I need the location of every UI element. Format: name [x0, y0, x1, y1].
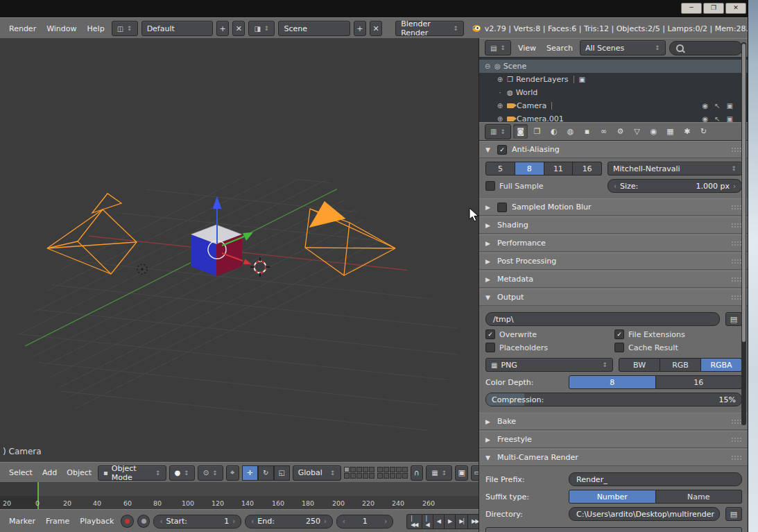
- properties-scrollbar[interactable]: [741, 141, 746, 425]
- file-extensions-option[interactable]: ✓ File Extensions: [614, 329, 685, 339]
- tab-scene[interactable]: ◐: [546, 124, 561, 139]
- layer-11[interactable]: [344, 473, 350, 479]
- layer-7[interactable]: [384, 467, 389, 472]
- layer-8[interactable]: [390, 467, 395, 472]
- scrollbar-thumb[interactable]: [742, 141, 746, 342]
- tab-render-layers[interactable]: ❐: [530, 124, 544, 139]
- file-prefix-field[interactable]: Render_: [569, 472, 742, 486]
- screen-layout-name[interactable]: Default: [141, 21, 213, 36]
- render-engine-dropdown[interactable]: Blender Render ↕: [395, 21, 464, 36]
- outliner-row-renderlayers[interactable]: ⊕ ❐ RenderLayers ▣: [479, 73, 748, 86]
- color-depth-16[interactable]: 16: [656, 375, 743, 389]
- panel-output[interactable]: ▼ Output: [479, 289, 748, 306]
- cache-result-checkbox[interactable]: [614, 343, 624, 352]
- layer-10[interactable]: [402, 467, 408, 472]
- layer-5[interactable]: [369, 467, 374, 472]
- keying-set-button[interactable]: [137, 515, 150, 528]
- expand-icon[interactable]: ⊕: [496, 115, 504, 122]
- pivot-dropdown[interactable]: ⊙ ↕: [198, 465, 223, 481]
- anti-aliasing-checkbox[interactable]: ✓: [497, 145, 507, 155]
- tab-modifiers[interactable]: ⚙: [613, 124, 628, 139]
- panel-anti-aliasing[interactable]: ▼ ✓ Anti-Aliasing: [479, 141, 748, 158]
- panel-metadata[interactable]: ▶ Metadata: [479, 271, 748, 288]
- outliner-row-world[interactable]: · ◍ World: [479, 86, 748, 99]
- screen-layout-icon-dropdown[interactable]: ◫ ↕: [112, 21, 138, 36]
- render-restrict-icon[interactable]: ▣: [727, 102, 733, 110]
- 3d-viewport[interactable]: ) Camera: [0, 38, 479, 462]
- outliner-row-camera[interactable]: ⊕ Camera ◉ ↖ ▣: [479, 99, 748, 112]
- color-mode-rgba[interactable]: RGBA: [701, 358, 742, 372]
- tab-render[interactable]: ◙: [513, 124, 528, 139]
- color-mode-bw[interactable]: BW: [619, 358, 660, 372]
- autokey-record-button[interactable]: [121, 515, 134, 528]
- motion-blur-checkbox[interactable]: [497, 203, 507, 212]
- snap-element-dropdown[interactable]: ▦ ↕: [426, 465, 452, 481]
- layer-15[interactable]: [369, 473, 374, 479]
- outliner-row-camera-001[interactable]: ⊕ Camera.001 ◉ ↖ ▣: [479, 112, 748, 122]
- visibility-eye-icon[interactable]: ◉: [702, 102, 708, 110]
- opengl-render-button[interactable]: ▣: [455, 465, 468, 481]
- close-button[interactable]: ✕: [725, 3, 746, 14]
- compression-slider[interactable]: Compression: 15%: [485, 393, 742, 406]
- aa-samples-16[interactable]: 16: [573, 162, 602, 175]
- add-scene-button[interactable]: +: [354, 21, 366, 36]
- expand-triangle-icon[interactable]: ▶: [485, 204, 492, 211]
- menu-search[interactable]: Search: [543, 44, 576, 53]
- menu-help[interactable]: Help: [84, 24, 108, 33]
- menu-window[interactable]: Window: [43, 24, 80, 33]
- color-mode-rgb[interactable]: RGB: [660, 358, 701, 372]
- decrement-icon[interactable]: ‹: [160, 517, 162, 525]
- panel-shading[interactable]: ▶ Shading: [479, 216, 748, 234]
- visibility-eye-icon[interactable]: ◉: [702, 115, 708, 122]
- panel-sampled-motion-blur[interactable]: ▶ Sampled Motion Blur: [479, 198, 748, 216]
- tab-constraints[interactable]: ∞: [596, 124, 611, 139]
- pivot-align-button[interactable]: ⌖: [226, 465, 239, 481]
- orientation-dropdown[interactable]: Global ↕: [293, 465, 341, 481]
- file-browse-icon[interactable]: ▤: [725, 312, 742, 326]
- increment-icon[interactable]: ›: [324, 517, 327, 525]
- layer-3[interactable]: [356, 467, 362, 472]
- directory-browse-icon[interactable]: ▤: [725, 507, 742, 521]
- layer-20[interactable]: [402, 473, 408, 479]
- increment-icon[interactable]: ›: [384, 517, 387, 525]
- layer-buttons[interactable]: [344, 467, 408, 479]
- aa-samples-8[interactable]: 8: [515, 162, 544, 175]
- tab-material[interactable]: ◉: [646, 124, 661, 139]
- file-extensions-checkbox[interactable]: ✓: [614, 329, 624, 339]
- layer-14[interactable]: [363, 473, 368, 479]
- collapse-triangle-icon[interactable]: ▼: [485, 454, 492, 461]
- outliner-row-scene[interactable]: ⊖ ◎ Scene: [479, 60, 748, 73]
- layer-13[interactable]: [356, 473, 362, 479]
- panel-bake[interactable]: ▶ Bake: [479, 413, 748, 430]
- placeholders-checkbox[interactable]: [485, 343, 495, 352]
- expand-icon[interactable]: ⊕: [496, 76, 504, 83]
- frame-start-field[interactable]: ‹ Start: 1 ›: [153, 515, 241, 529]
- snap-magnet-icon[interactable]: ∩: [411, 465, 424, 481]
- expand-triangle-icon[interactable]: ▶: [485, 222, 492, 229]
- layer-18[interactable]: [390, 473, 395, 479]
- aa-samples-11[interactable]: 11: [544, 162, 574, 175]
- panel-performance[interactable]: ▶ Performance: [479, 234, 748, 252]
- panel-drag-dots[interactable]: [731, 437, 743, 443]
- layer-19[interactable]: [396, 473, 402, 479]
- layer-2[interactable]: [350, 467, 356, 472]
- prev-keyframe-button[interactable]: |◀: [422, 514, 433, 529]
- tab-world[interactable]: ◍: [563, 124, 578, 139]
- aa-filter-dropdown[interactable]: Mitchell-Netravali ↕: [608, 162, 742, 175]
- manipulator-rotate-button[interactable]: ↻: [258, 465, 274, 481]
- scene-name-field[interactable]: Scene: [278, 21, 350, 36]
- layer-4[interactable]: [363, 467, 368, 472]
- menu-frame[interactable]: Frame: [42, 517, 73, 526]
- play-reverse-button[interactable]: ◀: [433, 514, 445, 529]
- layer-9[interactable]: [396, 467, 402, 472]
- full-sample-option[interactable]: Full Sample: [485, 181, 602, 191]
- cache-result-option[interactable]: Cache Result: [614, 343, 678, 352]
- menu-marker[interactable]: Marker: [6, 517, 39, 526]
- directory-field[interactable]: C:\Users\ardito\Desktop\multirender: [569, 507, 720, 521]
- decrement-icon[interactable]: ‹: [614, 182, 617, 190]
- frame-end-field[interactable]: ‹ End: 250 ›: [245, 515, 333, 529]
- viewport-shading-dropdown[interactable]: ● ↕: [169, 465, 195, 481]
- decrement-icon[interactable]: ‹: [251, 517, 254, 525]
- menu-add[interactable]: Add: [39, 468, 60, 477]
- layer-6[interactable]: [377, 467, 383, 472]
